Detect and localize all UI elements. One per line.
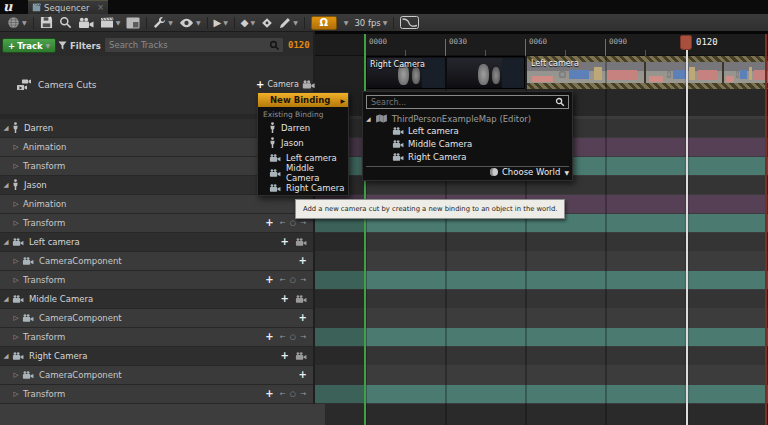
outliner-row-cameracomponent[interactable]: ▷CameraComponent+ [0, 252, 313, 270]
outliner-row-transform[interactable]: ▷Transform+← ○ → [0, 328, 313, 346]
playback-range-end-marker[interactable] [765, 34, 767, 425]
menu-item-new-binding[interactable]: New Binding ▶ [258, 93, 348, 107]
expanded-arrow-icon[interactable]: ◢ [1, 352, 11, 360]
curve-editor-button[interactable] [400, 16, 419, 29]
camera-cut-section-left-camera[interactable]: Left camera [527, 56, 768, 89]
timeline-track-cameracomponent-7[interactable] [315, 252, 768, 270]
add-track-button[interactable]: + Track ▼ [2, 38, 56, 53]
current-time-display[interactable]: 0120 [288, 40, 310, 50]
create-camera-button[interactable] [78, 17, 94, 29]
timeline-track-left-camera-6[interactable] [315, 233, 768, 251]
fps-button[interactable]: 30 fps ▼ [354, 18, 387, 28]
world-tree-row[interactable]: ◢ ThirdPersonExampleMap (Editor) [366, 113, 569, 124]
add-section-button[interactable]: + [265, 332, 273, 342]
keyframe-nav-buttons[interactable]: ← ○ → [280, 390, 307, 398]
collapsed-arrow-icon[interactable]: ▷ [11, 314, 21, 322]
picker-item-right-camera[interactable]: Right Camera [366, 151, 569, 163]
filter-icon [58, 41, 67, 50]
menu-item-darren[interactable]: Darren [258, 120, 348, 135]
menu-item-right-camera[interactable]: Right Camera [258, 180, 348, 195]
add-section-button[interactable]: + [281, 351, 289, 361]
playhead-marker[interactable] [680, 35, 692, 50]
camera-cut-thumbnail [447, 58, 525, 89]
collapsed-arrow-icon[interactable]: ▷ [11, 200, 21, 208]
unreal-logo[interactable]: u [3, 0, 12, 14]
collapsed-arrow-icon[interactable]: ▷ [11, 371, 21, 379]
playback-options-button[interactable]: ▶ ▼ [214, 18, 228, 28]
collapsed-arrow-icon[interactable]: ▷ [11, 162, 21, 170]
keyframe-nav-buttons[interactable]: ← ○ → [280, 276, 307, 284]
collapsed-arrow-icon[interactable]: ▷ [11, 390, 21, 398]
expanded-arrow-icon[interactable]: ◢ [1, 124, 11, 132]
collapsed-arrow-icon[interactable]: ▷ [11, 276, 21, 284]
outliner-row-transform[interactable]: ▷Transform+← ○ → [0, 385, 313, 403]
timeline-track-right-camera-12[interactable] [315, 347, 768, 365]
keyframe-options-button[interactable]: ◆ ▼ [241, 18, 255, 28]
add-section-button[interactable]: + [299, 256, 307, 266]
auto-keyframe-button[interactable] [261, 17, 273, 29]
outliner-empty-area [0, 404, 325, 425]
timeline-track-middle-camera-9[interactable] [315, 290, 768, 308]
picker-item-middle-camera[interactable]: Middle Camera [366, 138, 569, 150]
expanded-arrow-icon[interactable]: ◢ [1, 238, 11, 246]
filters-button[interactable]: Filters ▼ [58, 38, 109, 53]
world-button[interactable]: ▼ [7, 16, 27, 29]
timeline-track-cameracomponent-13[interactable] [315, 366, 768, 384]
search-tracks-box[interactable] [104, 37, 284, 53]
collapsed-arrow-icon[interactable]: ▷ [11, 219, 21, 227]
menu-item-jason[interactable]: Jason [258, 135, 348, 150]
add-section-button[interactable]: + [281, 237, 289, 247]
collapsed-arrow-icon[interactable]: ▷ [11, 333, 21, 341]
camera-icon [78, 17, 94, 29]
keyframe-nav-buttons[interactable]: ← ○ → [280, 219, 307, 227]
add-section-button[interactable]: + [299, 370, 307, 380]
add-section-button[interactable]: + [265, 389, 273, 399]
tab-close-icon[interactable]: × [97, 4, 104, 12]
find-in-browser-button[interactable] [59, 16, 72, 29]
details-panel-button[interactable] [126, 17, 140, 29]
menu-item-middle-camera[interactable]: Middle Camera [258, 165, 348, 180]
keyframe-nav-buttons[interactable]: ← ○ → [280, 333, 307, 341]
timeline-track-transform-11[interactable] [315, 328, 768, 346]
choose-world-button[interactable]: Choose World ▼ [366, 167, 569, 177]
outliner-row-middle-camera[interactable]: ◢Middle Camera+ [0, 290, 313, 308]
expanded-arrow-icon[interactable]: ◢ [366, 115, 371, 122]
outliner-row-animation[interactable]: ▷Animation+ [0, 195, 313, 213]
expanded-arrow-icon[interactable]: ◢ [1, 295, 11, 303]
timeline-track-transform-8[interactable] [315, 271, 768, 289]
outliner-row-cameracomponent[interactable]: ▷CameraComponent+ [0, 366, 313, 384]
add-section-button[interactable]: + [281, 294, 289, 304]
search-tracks-input[interactable] [105, 40, 269, 50]
collapsed-arrow-icon[interactable]: ▷ [11, 143, 21, 151]
outliner-row-left-camera[interactable]: ◢Left camera+ [0, 233, 313, 251]
tab-sequencer[interactable]: Sequencer × [28, 0, 108, 14]
snap-toggle-button[interactable]: Ω [311, 16, 337, 30]
save-button[interactable] [40, 16, 53, 29]
picker-item-label: Middle Camera [408, 139, 472, 149]
add-section-button[interactable]: + [299, 313, 307, 323]
picker-item-left-camera[interactable]: Left camera [366, 125, 569, 137]
add-section-button[interactable]: + [265, 275, 273, 285]
outliner-row-transform[interactable]: ▷Transform+← ○ → [0, 214, 313, 232]
picker-search-box[interactable] [366, 95, 569, 109]
lock-camera-button[interactable] [295, 238, 307, 246]
snap-options-button[interactable]: ▼ [343, 19, 349, 26]
timeline-track-transform-14[interactable] [315, 385, 768, 403]
picker-search-input[interactable] [367, 98, 555, 107]
expanded-arrow-icon[interactable]: ◢ [1, 181, 11, 189]
row-label: CameraComponent [39, 256, 122, 266]
timeline-track-cameracomponent-10[interactable] [315, 309, 768, 327]
collapsed-arrow-icon[interactable]: ▷ [11, 257, 21, 265]
outliner-row-cameracomponent[interactable]: ▷CameraComponent+ [0, 309, 313, 327]
outliner-row-right-camera[interactable]: ◢Right Camera+ [0, 347, 313, 365]
tools-button[interactable]: ▼ [153, 16, 173, 29]
lock-camera-button[interactable] [295, 352, 307, 360]
lock-camera-button[interactable] [295, 295, 307, 303]
add-camera-cut-button[interactable]: + Camera [256, 77, 315, 91]
add-section-button[interactable]: + [265, 218, 273, 228]
view-options-button[interactable]: ▼ [179, 18, 201, 28]
edit-options-button[interactable]: ▼ [279, 17, 298, 29]
playhead-line[interactable] [686, 49, 688, 425]
outliner-row-transform[interactable]: ▷Transform+← ○ → [0, 271, 313, 289]
render-movie-button[interactable]: ▼ [100, 16, 121, 29]
